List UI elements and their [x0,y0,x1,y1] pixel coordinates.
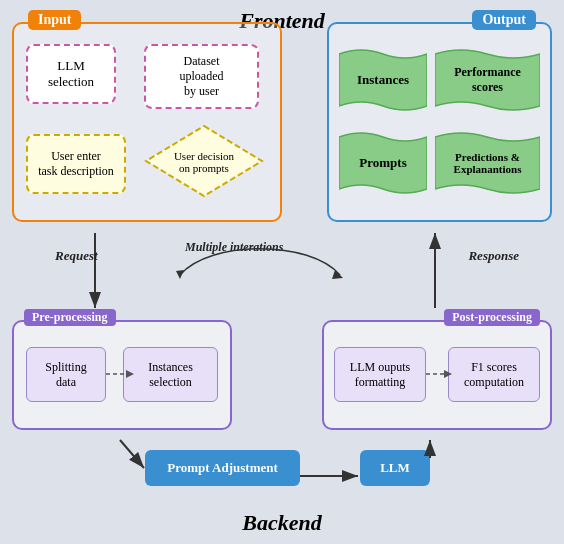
input-label: Input [28,10,81,30]
svg-marker-2 [126,370,134,378]
multiple-interactions-label: Multiple interations [185,240,283,255]
llm-button[interactable]: LLM [360,450,430,486]
diagram: Frontend Backend Input LLM selection Dat… [0,0,564,544]
user-decision-container: User decision on prompts [144,124,264,199]
backend-label: Backend [242,510,321,536]
response-label: Response [468,248,519,264]
instances-selection-box: Instances selection [123,347,218,402]
output-label: Output [472,10,536,30]
f1-scores-box: F1 scores computation [448,347,540,402]
pre-processing-box: Pre-processing Splitting data Instances … [12,320,232,430]
prompt-adjustment-button[interactable]: Prompt Adjustment [145,450,300,486]
input-box: Input LLM selection Dataset uploaded by … [12,22,282,222]
pre-processing-label: Pre-processing [24,309,116,326]
prompts-container: Prompts [339,129,427,197]
request-label: Request [55,248,98,264]
performance-scores-container: Performance scores [435,46,540,114]
dataset-uploaded-box: Dataset uploaded by user [144,44,259,109]
svg-marker-13 [176,270,184,279]
predictions-container: Predictions & Explanantions [435,129,540,197]
svg-marker-4 [444,370,452,378]
output-box: Output Instances Performance scores [327,22,552,222]
svg-line-9 [120,440,144,468]
instances-container: Instances [339,46,427,114]
splitting-data-box: Splitting data [26,347,106,402]
llm-outputs-box: LLM ouputs formatting [334,347,426,402]
post-processing-label: Post-processing [444,309,540,326]
llm-selection-box: LLM selection [26,44,116,104]
svg-marker-12 [332,270,343,279]
user-task-box: User enter task description [26,134,126,194]
post-processing-box: Post-processing LLM ouputs formatting F1… [322,320,552,430]
